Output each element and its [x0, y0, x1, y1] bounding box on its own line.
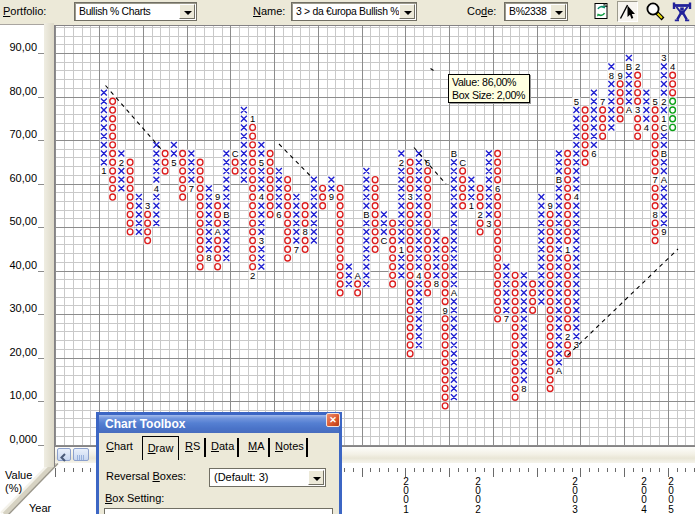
svg-text:8: 8	[302, 226, 307, 237]
svg-text:50,00: 50,00	[9, 215, 37, 227]
svg-text:4: 4	[574, 191, 579, 202]
svg-text:4: 4	[641, 504, 647, 514]
svg-text:8: 8	[652, 209, 657, 220]
svg-text:9: 9	[215, 191, 220, 202]
svg-text:2: 2	[475, 504, 481, 514]
svg-text:3: 3	[486, 218, 491, 229]
svg-text:C: C	[380, 235, 387, 246]
svg-text:B: B	[451, 148, 457, 159]
svg-text:90,00: 90,00	[9, 41, 37, 53]
svg-text:4: 4	[259, 191, 264, 202]
svg-text:Year: Year	[29, 502, 52, 514]
svg-text:4: 4	[670, 61, 675, 72]
svg-text:C: C	[459, 157, 466, 168]
svg-text:9: 9	[442, 305, 447, 316]
svg-text:2: 2	[477, 209, 482, 220]
svg-text:A: A	[626, 104, 633, 115]
svg-text:C: C	[232, 148, 239, 159]
svg-text:8: 8	[609, 70, 614, 81]
svg-text:1: 1	[565, 244, 570, 255]
svg-text:0,000: 0,000	[9, 433, 37, 445]
svg-text:3: 3	[407, 191, 412, 202]
svg-text:9: 9	[329, 191, 334, 202]
svg-text:7: 7	[600, 96, 605, 107]
svg-text:30,00: 30,00	[9, 302, 37, 314]
svg-text:40,00: 40,00	[9, 259, 37, 271]
svg-text:3: 3	[145, 200, 150, 211]
svg-text:5: 5	[171, 157, 176, 168]
svg-text:8: 8	[434, 278, 439, 289]
svg-text:1: 1	[250, 113, 255, 124]
svg-text:3: 3	[572, 504, 578, 514]
svg-text:A: A	[556, 365, 563, 376]
svg-text:6: 6	[276, 209, 281, 220]
svg-text:60,00: 60,00	[9, 172, 37, 184]
svg-text:9: 9	[661, 226, 666, 237]
svg-text:B: B	[661, 148, 667, 159]
svg-text:Value: Value	[5, 469, 32, 481]
svg-text:7: 7	[652, 174, 657, 185]
svg-text:3: 3	[635, 104, 640, 115]
svg-text:8: 8	[521, 383, 526, 394]
svg-text:2: 2	[661, 96, 666, 107]
svg-text:B: B	[363, 209, 369, 220]
svg-text:5: 5	[668, 504, 674, 514]
svg-text:6: 6	[591, 148, 596, 159]
svg-text:B: B	[626, 61, 632, 72]
svg-text:4: 4	[416, 270, 421, 281]
svg-text:3: 3	[661, 52, 666, 63]
svg-text:5: 5	[652, 96, 657, 107]
svg-text:4: 4	[644, 122, 649, 133]
svg-text:6: 6	[495, 183, 500, 194]
svg-text:B: B	[223, 209, 229, 220]
svg-text:2: 2	[635, 61, 640, 72]
svg-text:B: B	[556, 174, 562, 185]
svg-text:2: 2	[565, 331, 570, 342]
svg-text:7: 7	[504, 313, 509, 324]
svg-text:80,00: 80,00	[9, 85, 37, 97]
svg-text:A: A	[354, 270, 361, 281]
svg-text:9: 9	[547, 200, 552, 211]
svg-text:A: A	[451, 287, 458, 298]
svg-text:7: 7	[189, 183, 194, 194]
svg-text:20,00: 20,00	[9, 346, 37, 358]
svg-text:6: 6	[425, 157, 430, 168]
svg-text:2: 2	[250, 270, 255, 281]
svg-text:70,00: 70,00	[9, 128, 37, 140]
svg-text:2: 2	[399, 157, 404, 168]
svg-text:2: 2	[119, 157, 124, 168]
svg-text:10,00: 10,00	[9, 389, 37, 401]
svg-text:4: 4	[154, 183, 159, 194]
svg-text:1: 1	[399, 244, 404, 255]
svg-text:(%): (%)	[5, 482, 22, 494]
svg-text:1: 1	[661, 113, 666, 124]
svg-text:A: A	[661, 174, 668, 185]
svg-text:5: 5	[259, 157, 264, 168]
svg-text:1: 1	[101, 165, 106, 176]
svg-text:9: 9	[617, 70, 622, 81]
svg-text:7: 7	[294, 244, 299, 255]
svg-text:8: 8	[206, 252, 211, 263]
svg-text:3: 3	[259, 235, 264, 246]
svg-text:1: 1	[403, 504, 409, 514]
svg-text:A: A	[214, 226, 221, 237]
svg-text:1: 1	[469, 200, 474, 211]
svg-text:5: 5	[574, 96, 579, 107]
